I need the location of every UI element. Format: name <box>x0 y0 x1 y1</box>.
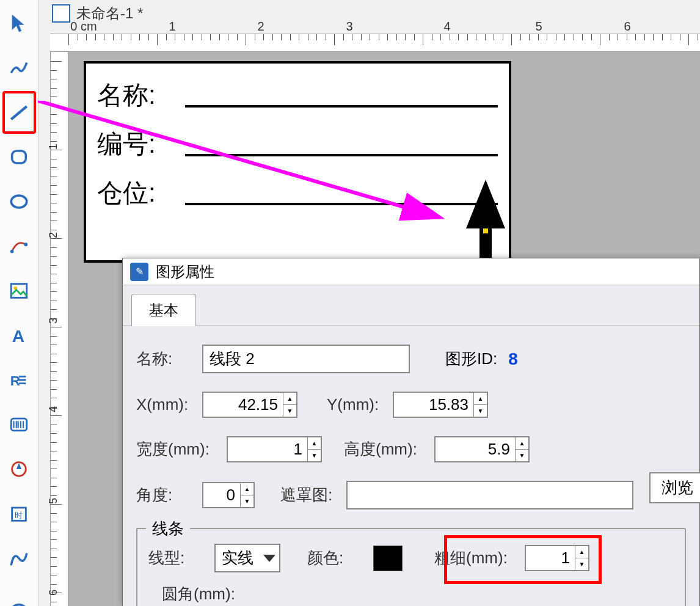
spinner-up[interactable]: ▲ <box>241 483 253 495</box>
tool-measure[interactable] <box>2 448 36 491</box>
field-line <box>185 154 498 156</box>
tool-pointer[interactable] <box>2 2 36 45</box>
linetype-select[interactable]: 实线 <box>214 544 280 572</box>
color-swatch[interactable] <box>373 546 403 571</box>
browse-button[interactable]: 浏览 <box>649 472 700 503</box>
name-input[interactable] <box>202 345 410 373</box>
line-group: 线条 线型: 实线 颜色: 粗细(mm): ▲▼ 圆角(mm): [箭头] 起始… <box>136 528 686 606</box>
field-line <box>185 105 498 108</box>
linetype-label: 线型: <box>148 547 203 569</box>
tool-line[interactable] <box>2 91 36 134</box>
svg-text:A: A <box>12 326 24 346</box>
spinner-up[interactable]: ▲ <box>308 437 321 450</box>
spinner-up[interactable]: ▲ <box>283 393 296 405</box>
tool-richtext[interactable]: R <box>2 359 36 401</box>
field-number-label: 编号: <box>97 127 177 161</box>
name-label: 名称: <box>136 348 191 370</box>
tool-palette: A R 时 <box>0 0 38 606</box>
angle-label: 角度: <box>136 484 191 506</box>
svg-point-4 <box>24 243 28 246</box>
svg-line-0 <box>11 106 27 119</box>
spinner-down[interactable]: ▼ <box>308 450 321 461</box>
tool-rounded-rect[interactable] <box>2 136 36 178</box>
svg-rect-1 <box>12 151 26 163</box>
height-input[interactable]: ▲▼ <box>434 436 530 462</box>
angle-input[interactable]: ▲▼ <box>202 482 255 508</box>
tool-arc[interactable] <box>2 582 36 606</box>
tool-curve[interactable] <box>2 537 36 580</box>
mask-label: 遮罩图: <box>280 484 335 506</box>
tool-text[interactable]: A <box>2 314 36 357</box>
line-group-legend: 线条 <box>146 518 190 539</box>
y-label: Y(mm): <box>327 395 382 414</box>
svg-point-2 <box>11 195 27 208</box>
tool-freehand[interactable] <box>2 46 36 89</box>
dialog-titlebar[interactable]: ✎ 图形属性 <box>123 258 699 285</box>
height-label: 高度(mm): <box>344 439 423 460</box>
spinner-down[interactable]: ▼ <box>516 450 528 461</box>
field-name-label: 名称: <box>97 78 177 112</box>
x-input[interactable]: ▲▼ <box>202 392 297 418</box>
dialog-icon: ✎ <box>130 263 148 281</box>
tool-date[interactable]: 时 <box>2 492 36 535</box>
label-page[interactable]: 名称: 编号: 仓位: <box>84 61 511 263</box>
x-label: X(mm): <box>136 395 191 414</box>
id-value: 8 <box>508 349 518 369</box>
ruler-vertical[interactable]: 1 2 3 4 5 6 <box>50 52 68 606</box>
spinner-up[interactable]: ▲ <box>474 393 487 405</box>
spinner-up[interactable]: ▲ <box>516 437 528 450</box>
tool-image[interactable] <box>2 269 36 312</box>
spinner-down[interactable]: ▼ <box>283 405 296 417</box>
svg-text:R: R <box>10 373 20 389</box>
svg-rect-5 <box>11 284 27 298</box>
mask-input[interactable] <box>346 481 633 509</box>
document-tab[interactable]: 未命名-1 * <box>52 4 143 23</box>
chevron-down-icon <box>263 555 275 562</box>
dialog-body: 名称: 图形ID: 8 X(mm): ▲▼ Y(mm): ▲▼ 宽度(mm): … <box>123 326 699 606</box>
tool-edit-path[interactable] <box>2 225 36 268</box>
round-label: 圆角(mm): <box>162 583 241 605</box>
spinner-down[interactable]: ▼ <box>241 495 253 507</box>
svg-point-3 <box>10 250 14 254</box>
width-input[interactable]: ▲▼ <box>227 436 322 462</box>
width-label: 宽度(mm): <box>136 439 216 460</box>
properties-dialog: ✎ 图形属性 基本 名称: 图形ID: 8 X(mm): ▲▼ Y(mm): ▲… <box>122 258 700 606</box>
color-label: 颜色: <box>307 547 362 569</box>
field-position-label: 仓位: <box>97 176 177 210</box>
selection-handle[interactable] <box>482 227 489 235</box>
svg-text:时: 时 <box>15 511 23 520</box>
ruler-horizontal[interactable]: 0 cm 1 2 3 4 5 6 <box>50 34 700 52</box>
tab-basic[interactable]: 基本 <box>131 294 196 326</box>
y-input[interactable]: ▲▼ <box>393 392 488 418</box>
dialog-title-text: 图形属性 <box>156 262 214 282</box>
id-label: 图形ID: <box>445 348 497 370</box>
field-line <box>185 203 498 205</box>
spinner-down[interactable]: ▼ <box>474 405 487 417</box>
tool-barcode[interactable] <box>2 403 36 446</box>
tool-ellipse[interactable] <box>2 180 36 223</box>
highlight-annotation <box>444 535 602 584</box>
document-icon <box>52 4 70 23</box>
